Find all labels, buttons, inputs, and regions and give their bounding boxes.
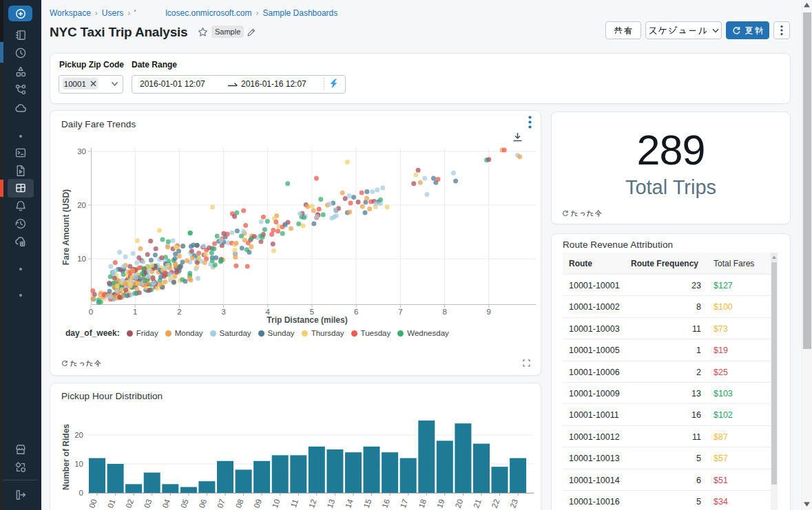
svg-text:18: 18 [417, 498, 428, 509]
svg-text:22: 22 [490, 498, 501, 509]
svg-text:19: 19 [435, 498, 446, 509]
svg-text:0: 0 [89, 308, 93, 316]
svg-text:9: 9 [487, 308, 491, 316]
svg-text:20: 20 [454, 498, 465, 509]
svg-text:6: 6 [354, 308, 358, 316]
svg-text:23: 23 [508, 498, 519, 509]
svg-text:13: 13 [326, 498, 337, 509]
svg-text:Trip Distance (miles): Trip Distance (miles) [267, 315, 347, 325]
svg-text:02: 02 [124, 498, 135, 509]
svg-text:2: 2 [177, 308, 181, 316]
svg-text:12: 12 [307, 498, 318, 509]
svg-text:8: 8 [442, 308, 446, 316]
svg-text:06: 06 [198, 498, 209, 509]
svg-text:0: 0 [79, 489, 83, 497]
svg-text:10: 10 [271, 498, 282, 509]
svg-text:10: 10 [74, 460, 83, 468]
svg-text:10: 10 [77, 255, 86, 263]
svg-text:00: 00 [87, 498, 98, 509]
svg-text:03: 03 [143, 498, 154, 509]
svg-text:20: 20 [77, 201, 86, 209]
svg-text:30: 30 [77, 147, 86, 156]
svg-text:16: 16 [380, 498, 391, 509]
svg-text:21: 21 [472, 498, 483, 509]
svg-text:7: 7 [398, 308, 402, 316]
svg-text:04: 04 [161, 498, 172, 509]
svg-text:17: 17 [399, 498, 410, 509]
svg-text:15: 15 [362, 498, 373, 509]
svg-text:Fare Amount (USD): Fare Amount (USD) [61, 189, 71, 265]
svg-text:09: 09 [252, 498, 263, 509]
svg-text:14: 14 [344, 498, 355, 509]
svg-text:3: 3 [221, 308, 225, 316]
svg-text:Number of Rides: Number of Rides [61, 424, 71, 490]
svg-text:20: 20 [74, 431, 83, 439]
svg-text:08: 08 [234, 498, 245, 509]
svg-text:05: 05 [179, 498, 190, 509]
svg-text:5: 5 [310, 308, 314, 316]
svg-text:11: 11 [289, 498, 300, 509]
svg-text:01: 01 [106, 498, 117, 509]
svg-text:4: 4 [266, 308, 271, 316]
svg-text:1: 1 [133, 308, 137, 316]
svg-text:07: 07 [216, 498, 227, 509]
